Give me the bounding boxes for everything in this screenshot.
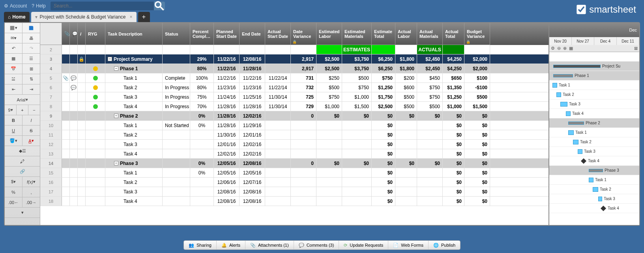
row-number[interactable]: 10 (40, 121, 62, 130)
emat-cell[interactable] (342, 178, 372, 187)
col-header[interactable]: Actual Total (443, 23, 464, 45)
ryg-cell[interactable] (86, 64, 105, 73)
col-header[interactable]: Estimated Labor (316, 23, 342, 45)
info-cell[interactable] (78, 92, 86, 101)
strike-button[interactable]: S (22, 126, 40, 135)
etot-cell[interactable]: $0 (372, 197, 395, 206)
gantt-view-button[interactable]: ☰ (22, 54, 40, 64)
pct-cell[interactable]: 0% (190, 121, 214, 130)
pct-cell[interactable]: 70% (190, 102, 214, 111)
dvar-cell[interactable] (291, 45, 316, 54)
astart-cell[interactable]: 11/22/14 (265, 83, 291, 92)
col-header[interactable]: Date Variance🔒 (291, 23, 316, 45)
fontsize-down[interactable]: − (28, 105, 40, 115)
col-header[interactable]: Actual Start Date (265, 23, 291, 45)
desc-cell[interactable]: −Phase 3 (105, 159, 163, 168)
pct-cell[interactable]: 0% (190, 159, 214, 168)
gantt-bar[interactable] (598, 197, 602, 201)
atot-cell[interactable]: $0 (443, 149, 464, 158)
emat-cell[interactable] (342, 140, 372, 149)
info-cell[interactable] (78, 121, 86, 130)
comment-cell[interactable] (70, 92, 78, 101)
row-number[interactable]: 9 (40, 111, 62, 120)
table-row[interactable]: 9−Phase 20%11/28/1612/02/160$0$0$0$0$0$0… (40, 111, 549, 121)
alab-cell[interactable] (395, 178, 417, 187)
atot-cell[interactable]: $0 (443, 130, 464, 139)
sort-button[interactable]: ⇅ (22, 74, 40, 84)
end-cell[interactable]: 12/07/16 (240, 178, 265, 187)
status-cell[interactable] (163, 111, 190, 120)
publish-button[interactable]: 🌐Publish (429, 241, 460, 249)
bvar-cell[interactable]: $2,000 (464, 64, 490, 73)
end-cell[interactable]: 12/01/16 (240, 130, 265, 139)
emat-cell[interactable]: $750 (342, 83, 372, 92)
emat-cell[interactable] (342, 168, 372, 177)
bvar-cell[interactable]: $0 (464, 111, 490, 120)
pct-cell[interactable]: 80% (190, 83, 214, 92)
atot-cell[interactable]: $0 (443, 140, 464, 149)
col-header[interactable]: Status (163, 23, 190, 45)
bvar-cell[interactable]: $100 (464, 73, 490, 82)
elab-cell[interactable] (316, 187, 342, 196)
table-row[interactable]: 4−Phase 180%11/22/1611/28/162,917$2,500$… (40, 64, 549, 73)
atot-cell[interactable]: $1,350 (443, 83, 464, 92)
astart-cell[interactable] (265, 197, 291, 206)
status-cell[interactable] (163, 178, 190, 187)
info-cell[interactable] (78, 73, 86, 82)
row-number[interactable]: 15 (40, 168, 62, 177)
status-cell[interactable] (163, 159, 190, 168)
gantt-bar[interactable] (578, 149, 582, 154)
ryg-cell[interactable] (86, 54, 105, 64)
amat-cell[interactable]: $500 (417, 102, 443, 111)
atot-cell[interactable]: $1,250 (443, 92, 464, 101)
alab-cell[interactable] (395, 168, 417, 177)
end-cell[interactable]: 12/02/16 (240, 140, 265, 149)
ryg-cell[interactable] (86, 159, 105, 168)
row-number[interactable]: 14 (40, 159, 62, 168)
pstart-cell[interactable]: 12/08/16 (214, 197, 240, 206)
table-row[interactable]: 2ESTIMATESACTUALS (40, 45, 549, 54)
astart-cell[interactable]: 11/30/14 (265, 92, 291, 101)
amat-cell[interactable] (417, 178, 443, 187)
astart-cell[interactable] (265, 130, 291, 139)
col-header[interactable]: Estimate Total (372, 23, 395, 45)
desc-cell[interactable]: Task 3 (105, 140, 163, 149)
status-cell[interactable]: In Progress (163, 92, 190, 101)
table-row[interactable]: 12Task 312/01/1612/02/16$0$0$0 (40, 140, 549, 149)
col-header[interactable]: Actual Labor (395, 23, 417, 45)
gantt-zoomin-icon[interactable]: ⊕ (563, 46, 567, 51)
col-header[interactable]: Estimated Materials (342, 23, 372, 45)
add-tab[interactable]: + (138, 12, 150, 22)
end-cell[interactable]: 12/08/16 (240, 187, 265, 196)
formula-button[interactable]: f(x)▾ (22, 177, 40, 187)
attach-cell[interactable] (62, 140, 70, 149)
end-cell[interactable]: 11/25/16 (240, 92, 265, 101)
gantt-bar[interactable] (589, 169, 603, 172)
bvar-cell[interactable]: $0 (464, 168, 490, 177)
status-cell[interactable] (163, 140, 190, 149)
status-cell[interactable] (163, 187, 190, 196)
gantt-bar[interactable] (553, 74, 573, 77)
print-button[interactable]: 🖶 (22, 33, 40, 43)
emat-cell[interactable]: $1,000 (342, 92, 372, 101)
amat-cell[interactable] (417, 140, 443, 149)
grid-view-button[interactable]: ▦ (5, 54, 22, 64)
save-button[interactable]: ▾ (5, 23, 22, 33)
attachments-button[interactable]: 📎Attachments (1) (245, 241, 294, 249)
bvar-cell[interactable]: $0 (464, 140, 490, 149)
alab-cell[interactable] (395, 187, 417, 196)
alerts-button[interactable]: 🔔Alerts (217, 241, 245, 249)
status-cell[interactable] (163, 149, 190, 158)
gantt-bar[interactable] (552, 83, 557, 88)
end-cell[interactable] (240, 45, 265, 54)
alab-cell[interactable] (395, 140, 417, 149)
dvar-cell[interactable]: 731 (291, 73, 316, 82)
row-number[interactable]: 13 (40, 149, 62, 158)
dvar-cell[interactable]: 732 (291, 83, 316, 92)
info-cell[interactable] (78, 159, 86, 168)
attach-cell[interactable] (62, 45, 70, 54)
comment-cell[interactable] (70, 197, 78, 206)
amat-cell[interactable]: $0 (417, 111, 443, 120)
col-header[interactable]: Percent Compl… (190, 23, 214, 45)
etot-cell[interactable]: $0 (372, 187, 395, 196)
